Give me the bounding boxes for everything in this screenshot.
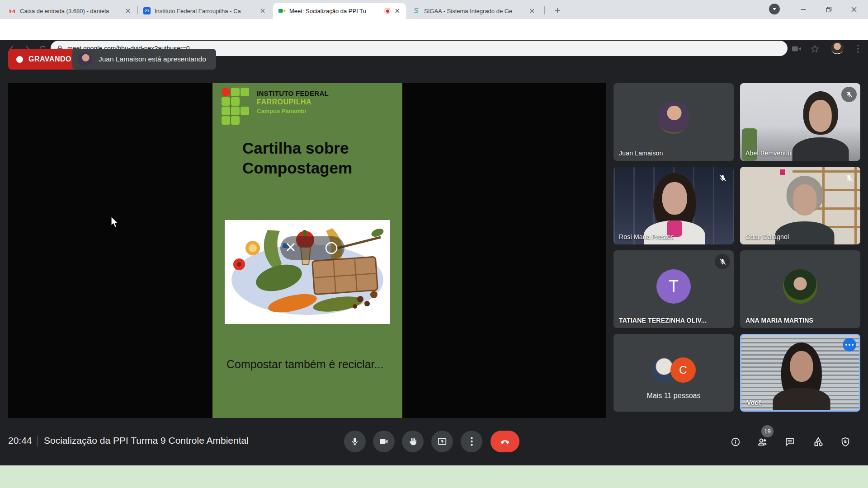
recording-label: GRAVANDO — [28, 55, 71, 63]
close-icon[interactable] — [393, 7, 401, 15]
tile-rosi-maria-prestes[interactable]: Rosi Maria Prestes — [613, 167, 734, 244]
more-people-label: Mais 11 pessoas — [613, 392, 734, 400]
initial-avatar: T — [656, 269, 691, 304]
hangup-button[interactable] — [491, 431, 519, 452]
tab-divider — [137, 6, 138, 14]
tile-ana-maria-martins[interactable]: ANA MARIA MARTINS — [740, 250, 860, 328]
close-window-button[interactable] — [847, 3, 861, 16]
mic-off-icon — [715, 254, 730, 269]
activities-icon[interactable] — [812, 436, 824, 448]
restore-button[interactable] — [822, 3, 835, 16]
close-icon[interactable] — [124, 7, 132, 15]
participant-name: Abel Bemvenuti — [745, 150, 791, 157]
meet-clock: 20:44 — [8, 435, 32, 446]
camera-in-use-icon[interactable] — [790, 42, 803, 55]
people-icon[interactable] — [757, 436, 769, 448]
star-icon[interactable] — [808, 42, 821, 55]
tab-recording-icon — [384, 8, 391, 14]
tile-options-button[interactable] — [843, 338, 856, 352]
presenting-banner: Juan Lamaison está apresentando — [72, 49, 216, 70]
raise-hand-button[interactable] — [402, 431, 424, 452]
initial-avatar: C — [670, 357, 696, 383]
sigaa-icon — [412, 7, 420, 15]
presentation-stage[interactable]: INSTITUTO FEDERAL FARROUPILHA Campus Pan… — [8, 83, 606, 418]
people-count-badge: 19 — [761, 425, 774, 437]
meeting-title: Socialização da PPI Turma 9 Controle Amb… — [44, 435, 249, 446]
kebab-icon[interactable] — [852, 42, 864, 55]
camera-button[interactable] — [373, 431, 395, 452]
tab-title: Meet: Socialização da PPI Tu — [289, 8, 381, 14]
participant-name: Você — [747, 399, 762, 406]
tab-calendar[interactable]: 21 Instituto Federal Farroupilha - Ca — [138, 3, 271, 19]
participant-name: TATIANE TEREZINHA OLIV... — [619, 317, 707, 324]
browser-toolbar: meet.google.com/bbu-dvjd-nex?authuser=0 — [0, 19, 868, 40]
slide-footer: Compostar também é reciclar... — [226, 358, 383, 371]
recording-badge: GRAVANDO — [8, 49, 80, 70]
browser-tabbar: Caixa de entrada (3.680) - daniela 21 In… — [0, 0, 868, 19]
mic-off-icon — [715, 170, 730, 186]
participant-name: Odair Dalagnol — [745, 233, 789, 240]
presenter-avatar — [78, 52, 92, 66]
screen: Caixa de entrada (3.680) - daniela 21 In… — [0, 0, 868, 488]
close-icon[interactable] — [259, 7, 267, 15]
tile-odair-dalagnol[interactable]: Odair Dalagnol — [740, 167, 860, 244]
mic-button[interactable] — [344, 431, 366, 452]
tab-title: Instituto Federal Farroupilha - Ca — [155, 8, 255, 14]
plant-pot-decor — [780, 169, 785, 175]
tile-tatiane-terezinha[interactable]: T TATIANE TEREZINHA OLIV... — [613, 250, 734, 328]
minimize-button[interactable] — [797, 3, 810, 16]
tab-title: SIGAA - Sistema Integrado de Ge — [424, 8, 524, 14]
tile-juan-lamaison[interactable]: Juan Lamaison — [613, 83, 734, 161]
tab-meet-active[interactable]: Meet: Socialização da PPI Tu — [273, 3, 406, 19]
tab-sigaa[interactable]: SIGAA - Sistema Integrado de Ge — [408, 3, 541, 19]
mouse-cursor — [111, 216, 119, 230]
chat-icon[interactable] — [784, 436, 796, 448]
new-tab-button[interactable] — [551, 4, 564, 17]
tab-title: Caixa de entrada (3.680) - daniela — [20, 8, 120, 14]
tile-abel-bemvenuti[interactable]: Abel Bemvenuti — [740, 83, 860, 161]
present-button[interactable] — [431, 431, 453, 452]
close-icon[interactable] — [528, 7, 536, 15]
participant-avatar — [657, 101, 690, 134]
tab-divider — [544, 6, 545, 14]
tab-gmail[interactable]: Caixa de entrada (3.680) - daniela — [4, 3, 137, 19]
participant-name: ANA MARIA MARTINS — [745, 317, 813, 324]
meeting-details-icon[interactable] — [730, 436, 741, 448]
slide-illustration — [225, 220, 390, 324]
divider — [37, 436, 38, 446]
org-name: INSTITUTO FEDERAL FARROUPILHA Campus Pan… — [257, 89, 329, 114]
slide-title: Cartilha sobre Compostagem — [242, 138, 352, 178]
calendar-icon: 21 — [143, 7, 151, 15]
gmail-icon — [8, 7, 16, 15]
slide: INSTITUTO FEDERAL FARROUPILHA Campus Pan… — [212, 83, 402, 418]
windows-taskbar: 7 — [0, 465, 868, 488]
presenting-text: Juan Lamaison está apresentando — [99, 55, 206, 63]
participant-avatar — [783, 269, 817, 304]
participant-name: Juan Lamaison — [619, 150, 663, 157]
mic-off-icon — [841, 87, 857, 102]
media-control-button[interactable] — [768, 2, 781, 16]
mic-off-icon — [841, 170, 857, 186]
profile-avatar[interactable] — [831, 42, 844, 54]
tile-you[interactable]: Você — [740, 334, 860, 412]
host-shield-icon[interactable] — [840, 436, 851, 448]
recording-dot-icon — [16, 56, 23, 63]
tile-more-people[interactable]: C Mais 11 pessoas — [613, 334, 734, 412]
more-options-button[interactable] — [461, 431, 482, 452]
participant-name: Rosi Maria Prestes — [619, 233, 674, 240]
meet-icon — [278, 7, 286, 15]
